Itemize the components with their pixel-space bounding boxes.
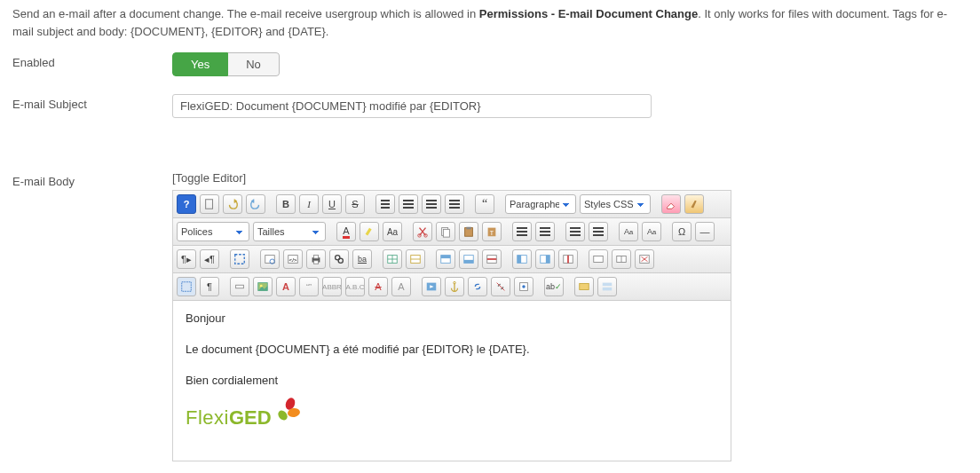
unlink-icon[interactable]: [491, 277, 510, 296]
superscript-icon[interactable]: Aa: [642, 222, 661, 241]
col-before-icon[interactable]: [512, 249, 532, 269]
undo-icon[interactable]: [223, 194, 242, 214]
desc-pre: Send an e-mail after a document change. …: [12, 7, 479, 20]
subscript-icon[interactable]: Aa: [619, 222, 638, 241]
row-after-icon[interactable]: [459, 249, 478, 269]
italic-button[interactable]: I: [299, 194, 319, 214]
svg-rect-27: [464, 260, 474, 264]
svg-rect-50: [603, 283, 612, 287]
toolbar-row-4: ¶ A “” ABBR A.B.C A A ab✓: [173, 273, 731, 301]
hr-icon[interactable]: —: [695, 222, 715, 241]
merge-cells-icon[interactable]: [589, 249, 608, 269]
print-icon[interactable]: [306, 249, 326, 269]
svg-rect-49: [580, 284, 589, 290]
svg-text:T: T: [490, 230, 494, 236]
svg-rect-0: [206, 200, 213, 209]
textcolor2-icon[interactable]: A: [276, 277, 296, 296]
image-icon[interactable]: [253, 277, 273, 296]
backcolor-icon[interactable]: [360, 222, 379, 241]
ltr-icon[interactable]: ¶▸: [177, 249, 196, 269]
cleanup-icon[interactable]: [684, 194, 704, 214]
forecolor-icon[interactable]: A: [336, 222, 356, 241]
charmap-icon[interactable]: Ω: [672, 222, 692, 241]
toggle-editor-link[interactable]: [Toggle Editor]: [172, 171, 246, 185]
readmore-icon[interactable]: [574, 277, 594, 296]
underline-button[interactable]: U: [322, 194, 342, 214]
row-subject: E-mail Subject: [12, 94, 968, 118]
svg-point-48: [522, 285, 526, 288]
replace-icon[interactable]: ba: [352, 249, 372, 269]
del-icon[interactable]: A: [368, 277, 388, 296]
eraser-icon[interactable]: [661, 194, 681, 214]
table-icon[interactable]: [383, 249, 402, 269]
fullscreen-icon[interactable]: [230, 249, 249, 269]
paste-icon[interactable]: [459, 222, 478, 241]
help-icon[interactable]: ?: [177, 194, 196, 214]
attach-icon[interactable]: [514, 277, 533, 296]
body-signoff: Bien cordialement: [186, 372, 718, 390]
desc-bold: Permissions - E-mail Document Change: [479, 7, 698, 20]
acronym-icon[interactable]: A.B.C: [345, 277, 365, 296]
svg-text:</>: </>: [289, 256, 297, 263]
enabled-no-button[interactable]: No: [228, 52, 280, 76]
link-icon[interactable]: [468, 277, 487, 296]
media-icon[interactable]: [422, 277, 441, 296]
anchor-icon[interactable]: [445, 277, 464, 296]
bold-button[interactable]: B: [276, 194, 296, 214]
editor-content[interactable]: Bonjour Le document {DOCUMENT} a été mod…: [173, 301, 731, 461]
spellcheck-icon[interactable]: ab✓: [544, 277, 564, 296]
label-body: E-mail Body: [12, 171, 172, 188]
table-delete-icon[interactable]: [635, 249, 654, 269]
ins-icon[interactable]: A: [391, 277, 411, 296]
show-blocks-icon[interactable]: [177, 277, 196, 296]
find-icon[interactable]: [329, 249, 349, 269]
toolbar-row-3: ¶▸ ◂¶ </> ba: [173, 246, 731, 273]
field-description: Send an e-mail after a document change. …: [12, 5, 968, 40]
abbr-icon[interactable]: ABBR: [322, 277, 342, 296]
styles-select[interactable]: Styles CSS: [580, 194, 651, 214]
align-justify-icon[interactable]: [445, 194, 464, 214]
paragraph-select[interactable]: Paragraphe: [505, 194, 576, 214]
quote-icon[interactable]: “”: [299, 277, 319, 296]
svg-rect-51: [603, 288, 612, 291]
case-icon[interactable]: Aa: [383, 222, 402, 241]
font-select[interactable]: Polices: [177, 222, 249, 241]
visualchars-icon[interactable]: ¶: [200, 277, 219, 296]
subject-input[interactable]: [172, 94, 652, 118]
row-delete-icon[interactable]: [482, 249, 502, 269]
align-left-icon[interactable]: [375, 194, 395, 214]
pagebreak-icon[interactable]: [597, 277, 617, 296]
col-delete-icon[interactable]: [558, 249, 578, 269]
size-select[interactable]: Tailles: [253, 222, 326, 241]
row-before-icon[interactable]: [436, 249, 455, 269]
copy-icon[interactable]: [436, 222, 455, 241]
blockquote-icon[interactable]: “: [475, 194, 494, 214]
outdent-icon[interactable]: [512, 222, 532, 241]
body-greeting: Bonjour: [186, 310, 718, 328]
align-right-icon[interactable]: [422, 194, 441, 214]
enabled-yes-button[interactable]: Yes: [172, 52, 228, 76]
bullet-list-icon[interactable]: [565, 222, 585, 241]
source-icon[interactable]: </>: [283, 249, 303, 269]
col-after-icon[interactable]: [535, 249, 555, 269]
logo-petals-icon: [273, 396, 300, 422]
rtl-icon[interactable]: ◂¶: [200, 249, 219, 269]
align-center-icon[interactable]: [399, 194, 418, 214]
number-list-icon[interactable]: [589, 222, 608, 241]
new-doc-icon[interactable]: [200, 194, 219, 214]
svg-rect-33: [546, 256, 549, 264]
nbsp-icon[interactable]: [230, 277, 249, 296]
cut-icon[interactable]: [413, 222, 432, 241]
redo-icon[interactable]: [246, 194, 265, 214]
table-props-icon[interactable]: [406, 249, 425, 269]
indent-icon[interactable]: [535, 222, 555, 241]
paste-text-icon[interactable]: T: [482, 222, 502, 241]
svg-rect-41: [236, 285, 244, 288]
body-message: Le document {DOCUMENT} a été modifié par…: [186, 341, 718, 359]
preview-icon[interactable]: [260, 249, 280, 269]
svg-rect-36: [594, 256, 604, 263]
label-subject: E-mail Subject: [12, 94, 172, 111]
strike-button[interactable]: S: [345, 194, 365, 214]
svg-rect-4: [443, 229, 449, 237]
split-cells-icon[interactable]: [612, 249, 631, 269]
